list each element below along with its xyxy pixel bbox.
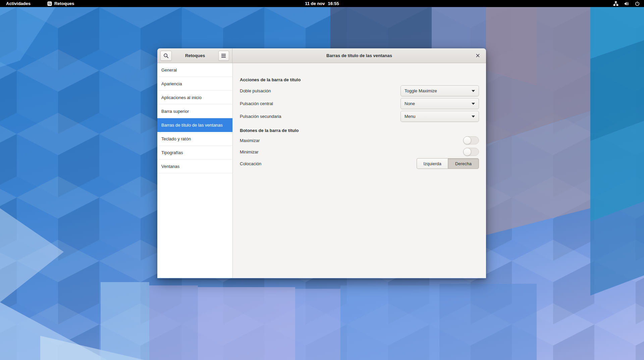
sidebar-item-label: Barras de título de las ventanas	[161, 123, 223, 128]
sidebar-item-tipografias[interactable]: Tipografías	[157, 146, 232, 160]
sidebar-item-label: General	[161, 68, 177, 73]
window-app-title: Retoques	[185, 53, 205, 58]
network-wired-icon	[613, 1, 619, 6]
sidebar-item-ventanas[interactable]: Ventanas	[157, 160, 232, 173]
sidebar-item-barras-de-titulo[interactable]: Barras de título de las ventanas	[157, 118, 232, 132]
primary-menu-button[interactable]	[218, 51, 229, 61]
tweaks-window: Retoques Barras de título de las ventana…	[157, 48, 486, 278]
derecha-button[interactable]: Derecha	[448, 158, 479, 169]
clock-button[interactable]: 11 de nov 16:55	[305, 0, 339, 7]
chevron-down-icon	[472, 90, 475, 92]
setting-row-minimizar: Minimizar	[240, 147, 479, 157]
headerbar-left: Retoques	[157, 48, 232, 63]
setting-label: Maximizar	[240, 138, 260, 143]
maximizar-toggle[interactable]	[463, 136, 479, 144]
section-heading-botones: Botones de la barra de título	[240, 128, 479, 133]
search-icon	[163, 53, 169, 58]
setting-row-doble-pulsacion: Doble pulsación Toggle Maximize	[240, 85, 479, 96]
toggle-knob	[463, 136, 471, 144]
chevron-down-icon	[472, 103, 475, 105]
setting-row-colocacion: Colocación Izquierda Derecha	[240, 158, 479, 169]
system-status-area[interactable]	[609, 0, 644, 7]
setting-row-pulsacion-secundaria: Pulsación secundaria Menu	[240, 111, 479, 122]
sidebar-item-apariencia[interactable]: Apariencia	[157, 77, 232, 91]
sidebar-item-label: Barra superior	[161, 109, 189, 114]
sidebar-item-label: Tipografías	[161, 150, 183, 155]
setting-label: Minimizar	[240, 149, 259, 154]
toggle-knob	[463, 148, 471, 156]
headerbar-right: Barras de título de las ventanas	[232, 48, 486, 63]
hamburger-menu-icon	[221, 54, 226, 58]
sidebar-item-teclado-y-raton[interactable]: Teclado y ratón	[157, 132, 232, 146]
setting-label: Pulsación central	[240, 101, 273, 106]
setting-label: Colocación	[240, 161, 261, 166]
setting-label: Pulsación secundaria	[240, 114, 281, 119]
volume-high-icon	[624, 1, 629, 6]
focused-app-label: Retoques	[54, 1, 74, 6]
sidebar-item-label: Ventanas	[161, 164, 179, 169]
focused-app-indicator[interactable]: Retoques	[43, 0, 78, 7]
sidebar-item-label: Aplicaciones al inicio	[161, 95, 202, 100]
close-icon	[476, 54, 480, 57]
activities-button[interactable]: Actividades	[2, 0, 35, 7]
section-heading-acciones: Acciones de la barra de título	[240, 77, 479, 83]
doble-pulsacion-dropdown[interactable]: Toggle Maximize	[400, 85, 479, 96]
izquierda-button[interactable]: Izquierda	[417, 158, 448, 169]
activities-label: Actividades	[6, 1, 31, 6]
top-bar: Actividades Retoques 11 de nov 16:55	[0, 0, 644, 7]
search-button[interactable]	[160, 51, 172, 61]
dropdown-value: None	[405, 101, 415, 106]
sidebar-item-barra-superior[interactable]: Barra superior	[157, 104, 232, 118]
colocacion-segmented-control: Izquierda Derecha	[417, 158, 479, 169]
setting-row-maximizar: Maximizar	[240, 135, 479, 145]
settings-panel: Acciones de la barra de título Doble pul…	[233, 63, 486, 278]
sidebar-item-label: Apariencia	[161, 81, 182, 86]
pulsacion-secundaria-dropdown[interactable]: Menu	[400, 111, 479, 122]
close-button[interactable]	[474, 52, 482, 60]
sidebar: General Apariencia Aplicaciones al inici…	[157, 63, 233, 278]
page-title: Barras de título de las ventanas	[326, 53, 392, 58]
sidebar-item-general[interactable]: General	[157, 63, 232, 77]
sidebar-item-label: Teclado y ratón	[161, 136, 191, 141]
setting-label: Doble pulsación	[240, 88, 271, 93]
minimizar-toggle[interactable]	[463, 148, 479, 156]
power-icon	[635, 1, 640, 6]
setting-row-pulsacion-central: Pulsación central None	[240, 98, 479, 109]
dropdown-value: Menu	[405, 114, 416, 119]
pulsacion-central-dropdown[interactable]: None	[400, 98, 479, 109]
chevron-down-icon	[472, 116, 475, 118]
clock-date: 11 de nov	[305, 1, 325, 6]
headerbar: Retoques Barras de título de las ventana…	[157, 48, 486, 63]
sidebar-item-aplicaciones-al-inicio[interactable]: Aplicaciones al inicio	[157, 91, 232, 104]
clock-time: 16:55	[328, 1, 339, 6]
tweaks-app-icon	[47, 1, 52, 6]
dropdown-value: Toggle Maximize	[405, 88, 437, 93]
